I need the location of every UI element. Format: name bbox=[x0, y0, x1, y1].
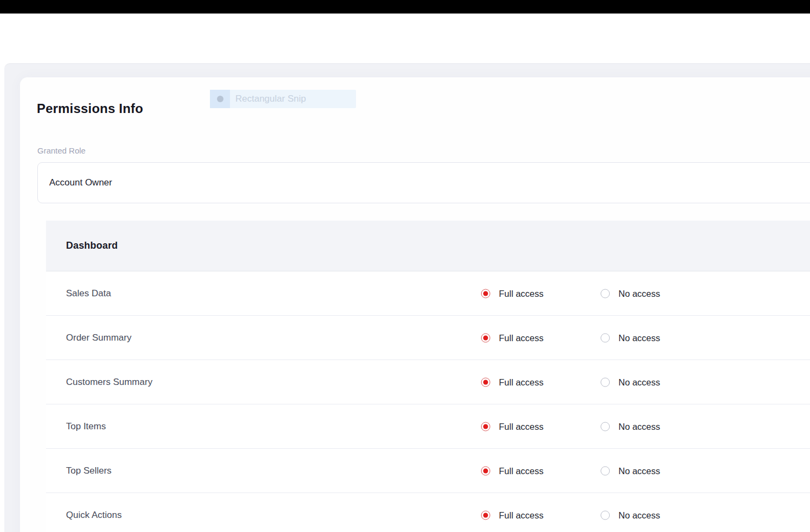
table-row: Order Summary Full access No access bbox=[46, 316, 810, 360]
no-access-option[interactable]: No access bbox=[601, 510, 660, 520]
snip-icon-box bbox=[210, 90, 230, 108]
no-access-option[interactable]: No access bbox=[601, 288, 660, 298]
full-access-radio[interactable] bbox=[481, 289, 490, 298]
full-access-label: Full access bbox=[499, 510, 544, 520]
full-access-label: Full access bbox=[499, 332, 544, 343]
no-access-radio[interactable] bbox=[601, 466, 610, 475]
permission-name: Top Items bbox=[66, 421, 106, 432]
table-row: Top Sellers Full access No access bbox=[46, 449, 810, 493]
top-black-bar bbox=[0, 0, 810, 14]
full-access-label: Full access bbox=[499, 377, 544, 387]
full-access-radio[interactable] bbox=[481, 333, 490, 342]
no-access-option[interactable]: No access bbox=[601, 421, 660, 431]
full-access-radio[interactable] bbox=[481, 510, 490, 520]
full-access-radio[interactable] bbox=[481, 422, 490, 431]
table-section-header-label: Dashboard bbox=[66, 240, 118, 251]
no-access-option[interactable]: No access bbox=[601, 332, 660, 343]
full-access-radio[interactable] bbox=[481, 466, 490, 475]
full-access-label: Full access bbox=[499, 288, 544, 298]
no-access-label: No access bbox=[618, 332, 660, 343]
full-access-label: Full access bbox=[499, 466, 544, 476]
snip-tooltip-label: Rectangular Snip bbox=[235, 94, 306, 104]
no-access-radio[interactable] bbox=[601, 333, 610, 342]
permissions-card: Rectangular Snip Permissions Info Grante… bbox=[20, 77, 810, 532]
no-access-radio[interactable] bbox=[601, 377, 610, 387]
full-access-radio[interactable] bbox=[481, 377, 490, 387]
permission-name: Top Sellers bbox=[66, 466, 111, 476]
permission-name: Sales Data bbox=[66, 288, 111, 299]
table-row: Customers Summary Full access No access bbox=[46, 360, 810, 404]
granted-role-input[interactable] bbox=[37, 162, 810, 203]
rectangular-snip-icon bbox=[217, 96, 223, 102]
permissions-table-body: Sales Data Full access No access Order S… bbox=[46, 271, 810, 532]
table-row: Top Items Full access No access bbox=[46, 404, 810, 449]
table-row: Sales Data Full access No access bbox=[46, 271, 810, 316]
permission-name: Customers Summary bbox=[66, 377, 153, 388]
permission-name: Order Summary bbox=[66, 332, 131, 343]
no-access-label: No access bbox=[618, 377, 660, 387]
no-access-option[interactable]: No access bbox=[601, 377, 660, 387]
full-access-option[interactable]: Full access bbox=[481, 466, 544, 476]
page-title: Permissions Info bbox=[37, 101, 143, 116]
granted-role-label: Granted Role bbox=[37, 146, 85, 155]
full-access-label: Full access bbox=[499, 421, 544, 431]
no-access-option[interactable]: No access bbox=[601, 466, 660, 476]
no-access-radio[interactable] bbox=[601, 422, 610, 431]
full-access-option[interactable]: Full access bbox=[481, 377, 544, 387]
no-access-radio[interactable] bbox=[601, 510, 610, 520]
no-access-label: No access bbox=[618, 466, 660, 476]
no-access-label: No access bbox=[618, 421, 660, 431]
table-row: Quick Actions Full access No access bbox=[46, 493, 810, 532]
no-access-label: No access bbox=[618, 288, 660, 298]
no-access-radio[interactable] bbox=[601, 289, 610, 298]
table-section-header: Dashboard bbox=[46, 221, 810, 271]
no-access-label: No access bbox=[618, 510, 660, 520]
full-access-option[interactable]: Full access bbox=[481, 421, 544, 431]
permissions-table: Dashboard Sales Data Full access No acce… bbox=[46, 221, 810, 532]
permission-name: Quick Actions bbox=[66, 510, 122, 521]
snip-tool-tooltip: Rectangular Snip bbox=[210, 90, 356, 108]
full-access-option[interactable]: Full access bbox=[481, 332, 544, 343]
full-access-option[interactable]: Full access bbox=[481, 288, 544, 298]
full-access-option[interactable]: Full access bbox=[481, 510, 544, 520]
